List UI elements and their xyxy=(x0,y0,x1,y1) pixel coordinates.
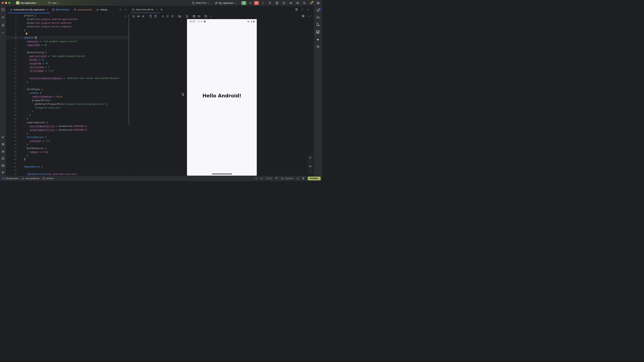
debug-button[interactable] xyxy=(248,1,252,5)
open-in-new-window-icon[interactable] xyxy=(295,8,298,11)
code-line[interactable]: sourceCompatibility = JavaVersion.VERSIO… xyxy=(24,124,120,128)
tab-build-gradle-kts[interactable]: build.gradle.kts (My Application) xyxy=(8,6,50,13)
project-widget[interactable]: MA My Application xyxy=(16,1,40,5)
code-line[interactable]: versionName = "1.0" xyxy=(24,69,120,73)
code-line[interactable]: minSdk = 24 xyxy=(24,58,120,62)
indent-widget[interactable]: 2 spaces* xyxy=(281,177,294,180)
code-line[interactable]: applicationId = "com.example.myapplicati… xyxy=(24,54,120,58)
code-line[interactable]: } xyxy=(24,132,120,135)
code-line[interactable]: "proguard-rules.pro" xyxy=(24,106,120,110)
resource-manager-tool-button[interactable] xyxy=(1,23,5,27)
code-line[interactable]: namespace = "com.example.myapplication" xyxy=(24,39,120,43)
code-line[interactable]: implementation(libs.androidx.core.ktx) xyxy=(24,172,120,176)
commit-tool-button[interactable] xyxy=(1,15,5,19)
logcat-tool-button[interactable] xyxy=(1,150,5,153)
screenshot-button[interactable] xyxy=(192,14,196,18)
settings-button[interactable] xyxy=(310,1,313,5)
code-line[interactable]: isMinifyEnabled = false xyxy=(24,95,120,98)
maximize-window-button[interactable] xyxy=(8,2,10,4)
device-settings-button[interactable] xyxy=(185,14,189,18)
unlocked-icon[interactable] xyxy=(296,177,299,180)
running-devices-tool-button[interactable] xyxy=(316,30,320,34)
code-line[interactable]: buildTypes { xyxy=(24,87,120,91)
code-line[interactable]: alias(libs.plugins.kotlin.android) xyxy=(24,21,120,25)
tab-options-kebab-icon[interactable] xyxy=(124,8,127,11)
close-icon[interactable] xyxy=(156,9,158,10)
rotate-left-button[interactable] xyxy=(148,14,152,18)
code-line[interactable]: compileOptions { xyxy=(24,121,120,124)
code-line[interactable]: plugins { xyxy=(24,14,120,17)
code-line[interactable]: compose = true xyxy=(24,150,120,154)
code-line[interactable]: release { xyxy=(24,91,120,95)
tab-settings-gradle[interactable]: settings.g xyxy=(94,6,112,13)
close-window-button[interactable] xyxy=(2,2,4,4)
ui-check-icon[interactable] xyxy=(301,14,304,18)
code-line[interactable]: testInstrumentationRunner = "androidx.te… xyxy=(24,76,120,80)
code-line[interactable] xyxy=(24,32,120,36)
caret-position[interactable]: 7:9 xyxy=(254,177,258,180)
profiler-button[interactable] xyxy=(296,1,299,5)
power-button[interactable] xyxy=(132,14,136,18)
code-line[interactable]: android { xyxy=(24,36,120,39)
vim-mode-badge[interactable]: NORMAL xyxy=(308,177,321,180)
code-line[interactable]: } xyxy=(24,117,120,121)
emulator-screen[interactable]: 10:20 Hello Android! xyxy=(187,19,257,176)
project-tool-button[interactable] xyxy=(1,8,5,11)
code-line[interactable]: versionCode = 1 xyxy=(24,65,120,69)
vcs-branch-widget[interactable]: main xyxy=(48,1,60,4)
hardware-input-button[interactable] xyxy=(178,14,182,18)
stop-button[interactable] xyxy=(254,1,259,5)
build-tool-button[interactable] xyxy=(1,136,5,139)
screen-record-button[interactable] xyxy=(197,14,201,18)
android-back-button[interactable] xyxy=(161,14,165,18)
code-line[interactable]: } xyxy=(24,113,120,117)
minimize-window-button[interactable] xyxy=(5,2,7,4)
ideavim-icon[interactable] xyxy=(302,177,305,180)
code-line[interactable]: alias(libs.plugins.android.application) xyxy=(24,17,120,21)
device-selector[interactable]: Pixel 9 Pro xyxy=(192,1,210,4)
volume-up-button[interactable] xyxy=(136,14,140,18)
hidden-tabs-chevron-icon[interactable] xyxy=(119,8,122,11)
apply-code-changes-button[interactable] xyxy=(282,1,286,5)
account-button[interactable] xyxy=(316,1,320,5)
version-control-tool-button[interactable] xyxy=(1,171,5,174)
code-line[interactable]: targetSdk = 36 xyxy=(24,62,120,65)
editor-scrollbar[interactable] xyxy=(129,14,129,125)
tab-mainactivity-kt[interactable]: MainActivity.kt xyxy=(50,6,72,13)
code-line[interactable]: defaultConfig { xyxy=(24,51,120,54)
gemini-disabled-icon[interactable] xyxy=(275,177,278,180)
zoom-in-button[interactable] xyxy=(309,156,312,159)
inspections-ok-icon[interactable] xyxy=(124,15,127,17)
notifications-button[interactable] xyxy=(316,9,320,12)
code-line[interactable]: buildFeatures { xyxy=(24,146,120,150)
device-tab[interactable]: Pixel 9 Pro API 34 xyxy=(132,8,158,11)
device-more-kebab-icon[interactable] xyxy=(209,14,213,18)
code-line[interactable]: compileSdk = 36 xyxy=(24,43,120,47)
breadcrumb-file[interactable]: build.gradle.kts xyxy=(22,177,40,180)
code-editor[interactable]: 1234567891011121314151617181920212223242… xyxy=(6,13,130,176)
search-everywhere-button[interactable] xyxy=(303,1,306,5)
close-icon[interactable] xyxy=(46,9,48,10)
gesture-navigation-pill[interactable] xyxy=(212,174,232,174)
device-reset-button[interactable] xyxy=(204,14,208,18)
gradle-tool-button[interactable] xyxy=(316,16,320,19)
code-line[interactable]: } xyxy=(24,28,120,32)
build-button[interactable] xyxy=(268,1,272,5)
code-line[interactable] xyxy=(24,47,120,51)
zoom-out-button[interactable] xyxy=(309,161,312,163)
run-configuration-selector[interactable]: My_Application xyxy=(214,1,237,5)
attach-debugger-button[interactable] xyxy=(289,1,292,5)
device-manager-tool-button[interactable] xyxy=(316,23,320,26)
zoom-actual-size-button[interactable]: 1:1 xyxy=(309,165,312,167)
rerun-button[interactable] xyxy=(241,1,246,5)
code-line[interactable]: dependencies { xyxy=(24,165,120,169)
rotate-right-button[interactable] xyxy=(154,14,158,18)
android-overview-button[interactable] xyxy=(170,14,174,18)
code-line[interactable]: alias(libs.plugins.kotlin.compose) xyxy=(24,25,120,28)
gemini-tool-button[interactable] xyxy=(316,38,320,41)
apply-changes-restart-button[interactable] xyxy=(275,1,278,5)
code-line[interactable]: } xyxy=(24,158,120,161)
code-line[interactable] xyxy=(24,84,120,87)
tab-scroll-thumb[interactable] xyxy=(130,12,160,13)
code-line[interactable]: getDefaultProguardFile("proguard-android… xyxy=(24,102,120,106)
